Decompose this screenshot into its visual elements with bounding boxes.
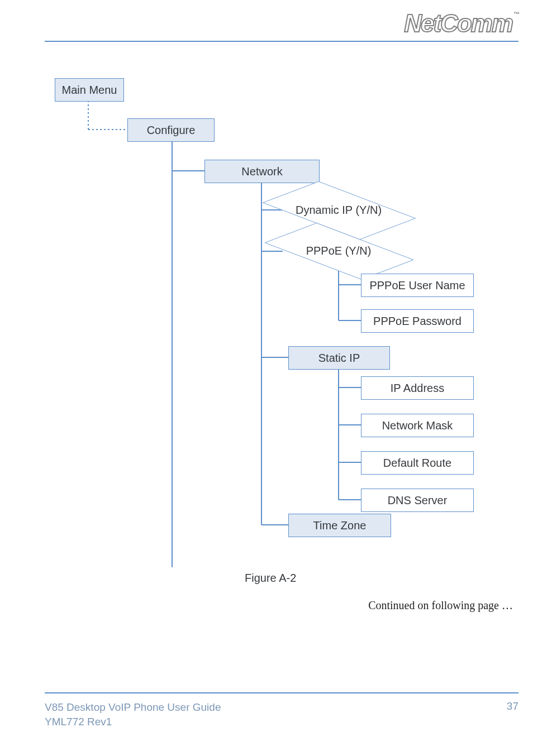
footer-divider bbox=[45, 692, 518, 693]
node-pppoe-user: PPPoE User Name bbox=[361, 274, 474, 297]
trademark-symbol: ™ bbox=[513, 11, 520, 17]
brand-logo: NetComm™ bbox=[369, 11, 520, 38]
node-configure: Configure bbox=[127, 118, 215, 142]
node-default-route: Default Route bbox=[361, 451, 474, 475]
menu-tree-diagram: Main Menu Configure Network Dynamic IP (… bbox=[48, 78, 477, 578]
footer-title: V85 Desktop VoIP Phone User Guide bbox=[45, 700, 221, 715]
node-main-menu: Main Menu bbox=[55, 78, 124, 102]
node-pppoe-password: PPPoE Password bbox=[361, 309, 474, 333]
footer-rev: YML772 Rev1 bbox=[45, 715, 221, 729]
node-time-zone: Time Zone bbox=[288, 514, 391, 537]
node-static-ip: Static IP bbox=[288, 346, 390, 370]
node-dns-server: DNS Server bbox=[361, 489, 474, 512]
node-ip-address: IP Address bbox=[361, 376, 474, 400]
page-number: 37 bbox=[507, 700, 518, 712]
footer-left: V85 Desktop VoIP Phone User Guide YML772… bbox=[45, 700, 221, 729]
figure-caption: Figure A-2 bbox=[245, 572, 296, 585]
continued-text: Continued on following page … bbox=[368, 599, 513, 612]
node-network-mask: Network Mask bbox=[361, 414, 474, 437]
header-divider bbox=[45, 41, 518, 42]
brand-logo-text: NetComm bbox=[404, 9, 512, 37]
